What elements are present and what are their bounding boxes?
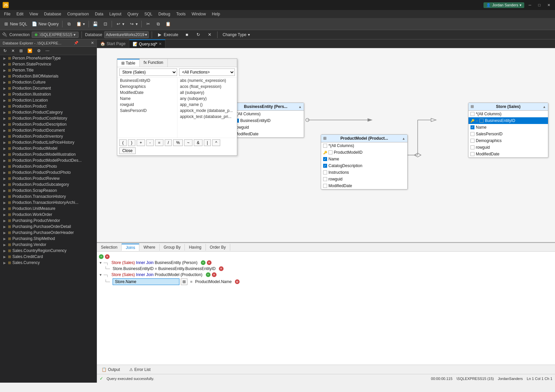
sidebar-item-person-title[interactable]: ▶ ⊞ Person.Title [0, 67, 97, 73]
sidebar-item-prod-productlistpricehist[interactable]: ▶ ⊞ Production.ProductListPriceHistory [0, 139, 97, 145]
change-type-button[interactable]: Change Type ▾ [221, 31, 252, 38]
tb-cut-button[interactable]: ✂ [143, 20, 153, 28]
tb-redo-dropdown[interactable]: ↪▾ [127, 20, 140, 28]
tb-save-all-button[interactable]: ⊡ [101, 20, 110, 28]
join-add-btn-2[interactable]: + [206, 272, 211, 277]
table-businessentity-header[interactable]: ⊞ BusinessEntity (Pers... ▲ [228, 103, 304, 111]
sidebar-item-prod-unitmeasure[interactable]: ▶ ⊞ Production.UnitMeasure [0, 206, 97, 212]
sidebar-item-prod-document[interactable]: ▶ ⊞ Production.Document [0, 85, 97, 91]
table-row[interactable]: ✓ CatalogDescription [321, 162, 407, 169]
join-remove-btn-2[interactable]: ✕ [212, 272, 217, 277]
sidebar-item-sales-creditcard[interactable]: ▶ ⊞ Sales.CreditCard [0, 254, 97, 260]
table-row[interactable]: 🔑 ProductModelID [321, 149, 407, 156]
sidebar-item-prod-productsubcategory[interactable]: ▶ ⊞ Production.ProductSubcategory [0, 181, 97, 187]
server-badge[interactable]: .\SQLEXPRESS15 ▾ [32, 32, 79, 38]
join-expand-2[interactable]: ▼ [99, 273, 102, 277]
table-businessentity[interactable]: ⊞ BusinessEntity (Pers... ▲ *(All Column… [227, 103, 304, 138]
tb-copy-button[interactable]: ⧉ [64, 20, 74, 28]
demographics-checkbox[interactable] [470, 139, 474, 143]
all-columns-checkbox[interactable] [323, 144, 327, 148]
table-row[interactable]: Demographics [468, 137, 548, 144]
sidebar-item-prod-productmodel[interactable]: ▶ ⊞ Production.ProductModel [0, 145, 97, 151]
menu-layout[interactable]: Layout [107, 11, 124, 17]
sidebar-item-prod-productproductphoto[interactable]: ▶ ⊞ Production.ProductProductPhoto [0, 169, 97, 175]
sidebar-item-purch-productvendor[interactable]: ▶ ⊞ Purchasing.ProductVendor [0, 218, 97, 224]
sidebar-filter-btn[interactable]: 🔽 [25, 47, 34, 54]
sidebar-refresh-btn[interactable]: ↻ [1, 47, 9, 54]
sidebar-item-prod-productcategory[interactable]: ▶ ⊞ Production.ProductCategory [0, 109, 97, 115]
maximize-button[interactable]: □ [536, 1, 543, 9]
tb-save-button[interactable]: 💾 [91, 20, 100, 28]
sidebar-item-prod-transactionhistoryarchi[interactable]: ▶ ⊞ Production.TransactionHistoryArchi..… [0, 200, 97, 206]
sidebar-item-prod-illustration[interactable]: ▶ ⊞ Production.Illustration [0, 91, 97, 97]
menu-tools[interactable]: Tools [173, 11, 188, 17]
rowguid-checkbox[interactable] [470, 145, 474, 149]
sidebar-pin-icon[interactable]: 📌 [74, 41, 79, 45]
sidebar-item-sales-countryregioncurrency[interactable]: ▶ ⊞ Sales.CountryRegionCurrency [0, 248, 97, 254]
menu-file[interactable]: File [1, 11, 13, 17]
menu-help[interactable]: Help [209, 11, 223, 17]
menu-edit[interactable]: Edit [14, 11, 26, 17]
join-expression-remove[interactable]: ⊗ [235, 279, 240, 284]
table-row[interactable]: rowguid [468, 144, 548, 151]
name-checkbox[interactable]: ✓ [470, 125, 474, 129]
tab-query-sql-close[interactable]: ✕ [159, 42, 162, 46]
joins-remove-button[interactable]: ✕ [105, 254, 110, 259]
tab-groupby[interactable]: Group By [160, 244, 185, 251]
businessentityid-checkbox[interactable] [479, 119, 483, 123]
execute-button-conn[interactable]: ▶ Execute [155, 31, 180, 38]
sidebar-item-purch-vendor[interactable]: ▶ ⊞ Purchasing.Vendor [0, 242, 97, 248]
table-row[interactable]: ✓ Name [468, 124, 548, 131]
store-name-expression-input[interactable]: Store.Name [113, 278, 179, 285]
salespersonid-checkbox[interactable] [470, 132, 474, 136]
database-dropdown[interactable]: AdventureWorks2019 ▾ [104, 31, 149, 38]
modifieddate-checkbox[interactable] [323, 184, 327, 188]
sidebar-item-prod-location[interactable]: ▶ ⊞ Production.Location [0, 97, 97, 103]
sidebar-item-prod-productinventory[interactable]: ▶ ⊞ Production.ProductInventory [0, 133, 97, 139]
table-scroll-up[interactable]: ▲ [298, 105, 302, 109]
joins-add-button[interactable]: + [99, 254, 104, 259]
table-row[interactable]: *(All Columns) [228, 111, 304, 117]
tab-selection[interactable]: Selection [97, 244, 122, 251]
stop-button[interactable]: ■ [182, 31, 191, 38]
sidebar-item-prod-product[interactable]: ▶ ⊞ Production.Product [0, 103, 97, 109]
table-store[interactable]: ⊞ Store (Sales) ▲ *(All Columns) 🔑 ∞ Bus… [468, 103, 548, 158]
table-row[interactable]: rowguid [228, 124, 304, 131]
table-row[interactable]: ✓ Name [321, 156, 407, 162]
sidebar-item-prod-productmodelproduct[interactable]: ▶ ⊞ Production.ProductModelProductDes... [0, 157, 97, 163]
table-scroll-up[interactable]: ▲ [402, 137, 405, 140]
name-checkbox[interactable]: ✓ [323, 157, 327, 161]
table-productmodel[interactable]: ⊞ ProductModel (Product... ▲ *(All Colum… [321, 134, 408, 189]
sidebar-item-prod-workorder[interactable]: ▶ ⊞ Production.WorkOrder [0, 212, 97, 218]
tab-orderby[interactable]: Order By [206, 244, 230, 251]
table-row-businessentityid[interactable]: 🔑 ∞ BusinessEntityID [468, 117, 548, 124]
user-dropdown-icon[interactable]: ▾ [520, 3, 522, 7]
menu-view[interactable]: View [27, 11, 41, 17]
sidebar-item-sales-currency[interactable]: ▶ ⊞ Sales.Currency [0, 260, 97, 266]
new-query-button[interactable]: 📄 New Query [30, 20, 60, 28]
sidebar-expand-btn[interactable]: ⊞ [17, 47, 25, 54]
sidebar-item-prod-productdocument[interactable]: ▶ ⊞ Production.ProductDocument [0, 127, 97, 133]
tb-copy2-button[interactable]: ⧉ [153, 20, 163, 28]
join-expand-1[interactable]: ▼ [99, 261, 102, 265]
sidebar-item-prod-billofmaterials[interactable]: ▶ ⊞ Production.BillOfMaterials [0, 73, 97, 79]
sidebar-item-purch-shipmethod[interactable]: ▶ ⊞ Purchasing.ShipMethod [0, 236, 97, 242]
close-button[interactable]: ✕ [545, 1, 552, 9]
table-scroll-up[interactable]: ▲ [543, 105, 546, 109]
tab-query-sql[interactable]: 📝 Query.sql* ✕ [129, 39, 165, 48]
menu-data[interactable]: Data [92, 11, 106, 17]
sidebar-collapse-btn[interactable]: ✕ [9, 47, 17, 54]
rowguid-checkbox[interactable] [323, 177, 327, 181]
table-row[interactable]: SalesPersonID [468, 131, 548, 137]
table-productmodel-header[interactable]: ⊞ ProductModel (Product... ▲ [321, 135, 407, 142]
sidebar-item-prod-transactionhistory[interactable]: ▶ ⊞ Production.TransactionHistory [0, 193, 97, 200]
tb-paste2-button[interactable]: 📋 [163, 20, 173, 28]
table-row[interactable]: *(All Columns) [321, 142, 407, 149]
table-select-icon[interactable]: ⊞ [181, 278, 187, 285]
table-row[interactable]: ModifiedDate [321, 182, 407, 189]
sidebar-item-prod-productphoto[interactable]: ▶ ⊞ Production.ProductPhoto [0, 163, 97, 169]
minimize-button[interactable]: ─ [526, 1, 534, 9]
sidebar-item-prod-scrapreason[interactable]: ▶ ⊞ Production.ScrapReason [0, 187, 97, 193]
server-dropdown-icon[interactable]: ▾ [74, 32, 76, 37]
catalogdesc-checkbox[interactable]: ✓ [323, 164, 327, 168]
